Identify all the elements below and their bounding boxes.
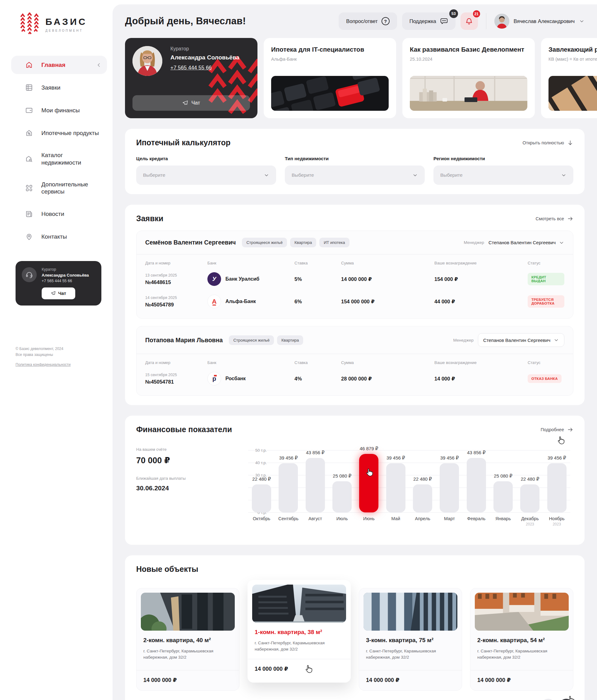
table-header-cell: Ваше вознаграждение <box>434 261 528 266</box>
client-group-header: Семёнов Валентин СергеевичСтроящееся жил… <box>136 231 573 254</box>
field-select[interactable]: Выберите <box>136 166 276 185</box>
topbar: Добрый день, Вячеслав! Вопрос/ответ ? По… <box>125 12 585 30</box>
bank-cell: УБанк Уралсиб <box>207 272 294 286</box>
hero-curator-role: Куратор <box>171 46 250 52</box>
curator-name: Александра Соловьёва <box>42 273 89 277</box>
select-placeholder: Выберите <box>143 172 165 178</box>
user-menu[interactable]: Вячеслав Александрович <box>494 14 585 29</box>
sidebar-chat-button[interactable]: Чат <box>42 288 75 299</box>
table-header-cell: Банк <box>207 261 294 266</box>
faq-button[interactable]: Вопрос/ответ ? <box>339 12 397 30</box>
app: БАЗИС ДЕВЕЛОПМЕНТ ГлавнаяЗаявкиМои финан… <box>0 0 597 700</box>
collapse-sidebar-icon[interactable] <box>96 62 102 68</box>
applications-icon <box>25 83 33 92</box>
privacy-policy-link[interactable]: Политика конфиденциальности <box>16 362 71 368</box>
notifications-button[interactable]: 21 <box>461 12 478 30</box>
hero-chat-button[interactable]: Чат <box>132 95 250 111</box>
manager-select[interactable]: Степанов Валентин Сергеевич <box>478 333 564 347</box>
curator-role: Куратор <box>42 267 89 272</box>
catalog-icon <box>25 155 33 163</box>
date-number-cell: 14 сентября 2025№45054789 <box>145 296 207 308</box>
next-payout-label: Ближайшая дата выплаты <box>136 476 226 481</box>
question-icon: ? <box>382 17 390 25</box>
property-card[interactable]: 3-комн. квартира, 75 м²г. Санкт-Петербур… <box>359 588 462 691</box>
application-row[interactable]: 15 сентября 2025№45054781рРосбанк4%28 00… <box>145 366 564 389</box>
property-card[interactable]: 2-комн. квартира, 54 м²г. Санкт-Петербур… <box>470 588 573 691</box>
chart-bar-column: 22 480 ₽Октябрь <box>248 450 275 512</box>
bar[interactable] <box>520 484 540 512</box>
mortgage-icon <box>25 129 33 137</box>
calculator-title: Ипотечный калькулятор <box>136 138 230 147</box>
bar[interactable] <box>306 458 325 512</box>
applications-see-all-link[interactable]: Смотреть все <box>536 216 573 222</box>
bar[interactable] <box>493 481 513 512</box>
news-image <box>271 76 389 111</box>
chart-bar-column: 39 456 ₽Март <box>436 450 463 512</box>
finance-more-link[interactable]: Подробнее <box>541 427 573 433</box>
brand-subtitle: ДЕВЕЛОПМЕНТ <box>45 29 87 32</box>
client-group: Семёнов Валентин СергеевичСтроящееся жил… <box>136 230 573 319</box>
sidebar-item-mortgage-products[interactable]: Ипотечные продукты <box>16 124 107 142</box>
support-button[interactable]: Поддержка 53 <box>402 12 456 30</box>
brand-title: БАЗИС <box>45 17 87 27</box>
applications-title: Заявки <box>136 214 163 223</box>
hero-chat-label: Чат <box>191 100 200 106</box>
field-select[interactable]: Выберите <box>285 166 425 185</box>
bar-month-label: Июнь <box>363 516 375 521</box>
bar-value-label: 22 480 ₽ <box>521 476 540 482</box>
bar[interactable] <box>252 484 271 512</box>
chat-bubble-icon <box>440 17 448 25</box>
sidebar-item-applications[interactable]: Заявки <box>16 78 107 97</box>
calculator-expand-link[interactable]: Открыть полностью <box>523 140 573 146</box>
application-row[interactable]: 14 сентября 2025№45054789ААльфа-Банк6%15… <box>145 289 564 311</box>
sidebar-item-label: Мои финансы <box>41 107 80 114</box>
bar-value-label: 46 879 ₽ <box>360 446 379 451</box>
table-header-cell: Ваше вознаграждение <box>434 360 528 365</box>
hero-curator-name: Александра Соловьёва <box>171 54 250 61</box>
page-greeting: Добрый день, Вячеслав! <box>125 16 246 27</box>
bar[interactable] <box>547 463 567 512</box>
curator-phone[interactable]: +7 565 444 55 66 <box>42 279 89 283</box>
sidebar-item-news[interactable]: Новости <box>16 205 107 223</box>
news-image <box>410 76 527 111</box>
sidebar-item-home[interactable]: Главная <box>11 56 107 74</box>
news-card[interactable]: Как развивался Базис Девелопмент25.10.20… <box>403 38 535 118</box>
bar-highlighted[interactable] <box>359 454 379 512</box>
bar-month-label: Июль <box>336 516 348 521</box>
bar[interactable] <box>413 484 432 512</box>
field-select[interactable]: Выберите <box>434 166 573 185</box>
news-card[interactable]: Ипотека для IT-специалистовАльфа-Банк <box>264 38 396 118</box>
bar[interactable] <box>440 463 459 512</box>
curator-hero-card: Куратор Александра Соловьёва +7 565 444 … <box>125 38 257 118</box>
property-card[interactable]: 2-комн. квартира, 40 м²г. Санкт-Петербур… <box>136 588 239 691</box>
status-cell: ОТКАЗ БАНКА <box>528 374 564 383</box>
bar[interactable] <box>279 463 298 512</box>
table-header-cell: Статус <box>528 261 564 266</box>
property-price: 14 000 000 ₽ <box>475 671 569 690</box>
property-card[interactable]: 1-комн. квартира, 38 м²г. Санкт-Петербур… <box>248 580 351 682</box>
sidebar-curator-card: Куратор Александра Соловьёва +7 565 444 … <box>16 261 101 305</box>
balance-value: 70 000 ₽ <box>136 455 226 466</box>
bar[interactable] <box>386 463 406 512</box>
manager-select[interactable]: Степанов Валентин Сергеевич <box>489 240 564 246</box>
application-row[interactable]: 13 сентября 2025№4648615УБанк Уралсиб5%1… <box>145 267 564 289</box>
sidebar-item-services[interactable]: Дополнительные сервисы <box>16 176 107 201</box>
bar-month-label: Сентябрь <box>278 516 298 521</box>
hero-curator-phone[interactable]: +7 565 444 55 66 <box>171 65 212 71</box>
chart-bar-column: 22 480 ₽Декабрь2023 <box>517 450 543 512</box>
news-icon <box>25 210 33 218</box>
manager-block: МенеджерСтепанов Валентин Сергеевич <box>464 240 564 246</box>
sidebar-item-catalog[interactable]: Каталог недвижимости <box>16 147 107 171</box>
property-photo <box>141 593 235 631</box>
carousel-prev-button[interactable]: ‹ <box>541 699 555 700</box>
manager-label: Менеджер <box>453 338 473 343</box>
sidebar-item-contacts[interactable]: Контакты <box>16 227 107 246</box>
client-tag: ИТ ипотека <box>319 238 349 247</box>
chevron-down-icon <box>579 18 585 24</box>
sidebar-item-finances[interactable]: Мои финансы <box>16 101 107 120</box>
news-card[interactable]: Завлекающий реКВ (макс) = Кв от ипотеки <box>541 38 597 118</box>
bar[interactable] <box>467 458 486 512</box>
balance-label: На вашем счёте <box>136 447 226 452</box>
bar[interactable] <box>332 481 352 512</box>
table-header-cell: Ставка <box>294 261 341 266</box>
